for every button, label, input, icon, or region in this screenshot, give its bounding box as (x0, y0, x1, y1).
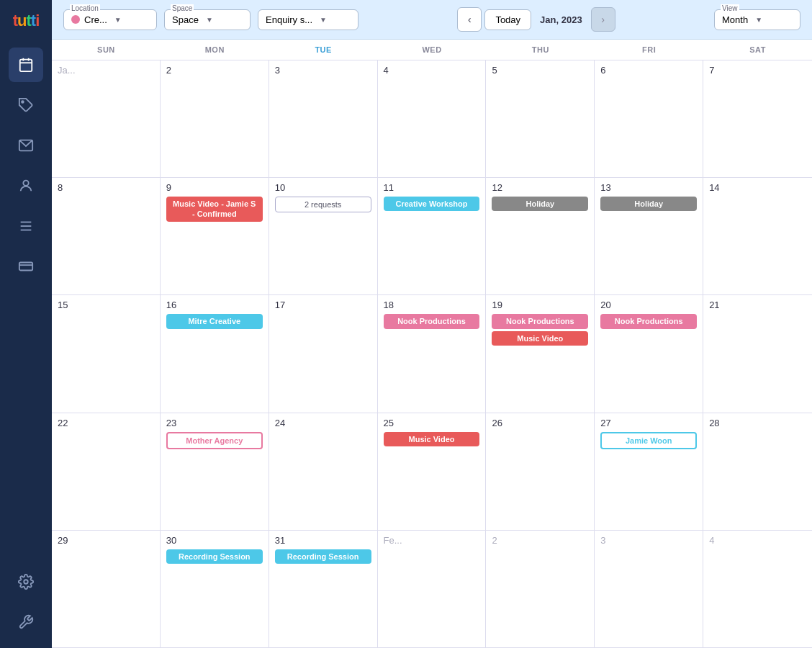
calendar-cell: 24 (269, 413, 378, 530)
space-filter[interactable]: Space Space ▼ (164, 9, 251, 30)
calendar-event[interactable]: Nook Productions (492, 314, 588, 328)
cal-header-fri: FRI (595, 40, 703, 60)
calendar-event[interactable]: Music Video (492, 331, 588, 346)
month-display: Jan, 2023 (534, 14, 588, 25)
day-number: 22 (58, 418, 154, 428)
calendar-cell: 6 (595, 60, 703, 177)
calendar-event[interactable]: Music Video - Jamie S - Confirmed (166, 197, 263, 222)
calendar-event[interactable]: Mitre Creative (166, 314, 263, 328)
space-arrow-icon: ▼ (206, 16, 213, 24)
space-label: Space (171, 4, 194, 12)
day-number: 12 (492, 182, 588, 193)
calendar-event[interactable]: Holiday (492, 197, 588, 211)
logo-u: u (17, 12, 26, 30)
cal-header-mon: MON (161, 40, 269, 60)
day-number: 8 (58, 182, 154, 193)
day-number: 31 (275, 535, 371, 546)
day-number: 6 (600, 65, 697, 76)
sidebar-calendar[interactable] (9, 48, 43, 82)
svg-rect-0 (20, 60, 32, 72)
day-number: 2 (492, 535, 588, 546)
calendar-event[interactable]: Nook Productions (600, 314, 697, 328)
day-number: 11 (384, 182, 480, 193)
today-button[interactable]: Today (484, 9, 531, 30)
calendar-cell: 102 requests (269, 178, 378, 294)
calendar-event[interactable]: Holiday (600, 197, 697, 211)
location-filter[interactable]: Location Cre... ▼ (63, 9, 157, 30)
day-number: 30 (166, 535, 263, 546)
calendar-cell: 19Nook ProductionsMusic Video (486, 295, 595, 412)
enquiry-arrow-icon: ▼ (320, 16, 327, 24)
day-number: 2 (166, 65, 263, 76)
calendar-week-3: 2223Mother Agency2425Music Video2627Jami… (52, 413, 812, 531)
day-number: 26 (492, 418, 588, 428)
calendar-cell: 27Jamie Woon (595, 413, 703, 530)
location-value: Cre... (84, 14, 107, 25)
day-number: 23 (166, 418, 263, 428)
calendar-cell: 26 (486, 413, 595, 530)
day-number: 19 (492, 300, 588, 310)
enquiry-value: Enquiry s... (266, 14, 312, 25)
day-number: 5 (492, 65, 588, 76)
calendar-cell: 28 (703, 413, 812, 530)
calendar-cell: 3 (595, 531, 703, 647)
day-number: 18 (384, 300, 480, 310)
calendar-cell: 4 (703, 531, 812, 647)
day-number: 17 (275, 300, 371, 310)
sidebar-tags[interactable] (9, 88, 43, 122)
sidebar-settings[interactable] (9, 564, 43, 599)
sidebar-mail[interactable] (9, 128, 43, 163)
calendar-cell: Fe... (378, 531, 487, 647)
calendar-cell: 22 (52, 413, 161, 530)
next-button[interactable]: › (591, 7, 615, 32)
day-number: 25 (384, 418, 480, 428)
calendar-event[interactable]: Music Video (384, 432, 480, 446)
day-number: 15 (58, 300, 154, 310)
calendar-week-4: 2930Recording Session31Recording Session… (52, 531, 812, 648)
view-arrow-icon: ▼ (755, 16, 762, 24)
day-number: Ja... (58, 65, 154, 76)
calendar-cell: 14 (703, 178, 812, 294)
day-number: 9 (166, 182, 263, 193)
enquiry-filter[interactable]: Enquiry s... ▼ (258, 9, 358, 30)
calendar-cell: 5 (486, 60, 595, 177)
sidebar-list[interactable] (9, 209, 43, 243)
calendar-cell: 31Recording Session (269, 531, 378, 647)
calendar-event[interactable]: Jamie Woon (600, 432, 697, 449)
calendar-week-0: Ja...234567 (52, 60, 812, 178)
sidebar-user[interactable] (9, 168, 43, 203)
calendar-event[interactable]: Recording Session (166, 549, 263, 564)
cal-header-sun: SUN (52, 40, 161, 60)
day-number: 27 (600, 418, 697, 428)
calendar-event[interactable]: Recording Session (275, 549, 371, 564)
calendar-cell: 15 (52, 295, 161, 412)
calendar-cell: 13Holiday (595, 178, 703, 294)
calendar-cell: 2 (486, 531, 595, 647)
day-number: 10 (275, 182, 371, 193)
view-filter[interactable]: View Month ▼ (714, 9, 800, 30)
calendar-cell: 7 (703, 60, 812, 177)
sidebar: tutti (0, 0, 52, 648)
sidebar-tools[interactable] (9, 605, 43, 639)
calendar-event[interactable]: Creative Workshop (384, 197, 480, 211)
prev-button[interactable]: ‹ (457, 7, 482, 32)
cal-header-wed: WED (378, 40, 487, 60)
calendar-cell: 12Holiday (486, 178, 595, 294)
location-label: Location (70, 4, 100, 12)
calendar-event[interactable]: 2 requests (275, 197, 371, 212)
calendar-cell: 2 (161, 60, 269, 177)
view-label: View (721, 4, 739, 12)
calendar-body: Ja...23456789Music Video - Jamie S - Con… (52, 60, 812, 648)
day-number: 24 (275, 418, 371, 428)
calendar-cell: 3 (269, 60, 378, 177)
day-number: 3 (600, 535, 697, 546)
calendar-cell: 9Music Video - Jamie S - Confirmed (161, 178, 269, 294)
navigation-group: ‹ Today Jan, 2023 › (457, 7, 615, 32)
cal-header-tue: TUE (269, 40, 378, 60)
calendar-week-2: 1516Mitre Creative1718Nook Productions19… (52, 295, 812, 413)
calendar-event[interactable]: Mother Agency (166, 432, 263, 449)
sidebar-card[interactable] (9, 249, 43, 284)
calendar-event[interactable]: Nook Productions (384, 314, 480, 328)
day-number: 28 (709, 418, 806, 428)
location-arrow-icon: ▼ (114, 16, 122, 24)
